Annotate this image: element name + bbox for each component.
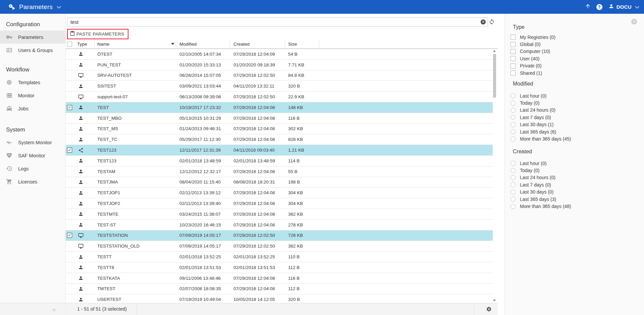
table-row[interactable]: PUN_TEST 01/20/2020 15:33:13 01/20/2020 …	[66, 60, 493, 70]
row-size: 7.71 KB	[285, 60, 319, 70]
share-icon	[78, 148, 84, 153]
filter-option[interactable]: Last 24 hours (0)	[511, 107, 641, 114]
filter-option[interactable]: Private (0)	[511, 62, 641, 69]
filter-option[interactable]: Last 365 days (6)	[511, 128, 641, 135]
collapse-sidebar-button[interactable]: «	[52, 303, 56, 315]
filter-option[interactable]: Computer (10)	[511, 48, 641, 55]
sidebar-item-saf-monitor[interactable]: SAF Monitor	[0, 149, 65, 162]
table-row[interactable]: TEST_MS 01/24/2013 09:46:31 07/29/2016 1…	[66, 124, 493, 135]
table-row[interactable]: TESTT 02/01/2018 13:52:25 02/01/2018 13:…	[66, 252, 493, 262]
filter-option[interactable]: Last 7 days (0)	[511, 114, 641, 121]
sidebar-item-system-monitor[interactable]: System Monitor	[0, 136, 65, 149]
filter-option[interactable]: Last 30 days (1)	[511, 121, 641, 128]
row-name: SSITEST	[95, 81, 177, 91]
table-row[interactable]: TESTKATA 09/11/2006 13:48:46 07/29/2016 …	[66, 273, 493, 284]
row-size: 320 B	[285, 294, 319, 303]
sidebar-item-parameters[interactable]: Parameters	[0, 31, 65, 44]
radio-icon	[511, 175, 516, 180]
table-row[interactable]: TESTMTE 03/24/2015 11:38:07 07/29/2016 1…	[66, 209, 493, 220]
table-row[interactable]: TESTSTATION_OLD 07/09/2019 14:05:17 07/2…	[66, 241, 493, 252]
table-row[interactable]: SSITEST 03/09/2021 13:03:44 04/11/2019 1…	[66, 81, 493, 92]
filter-option[interactable]: Today (0)	[511, 167, 641, 174]
row-modified: 02/01/2018 13:48:59	[177, 156, 230, 166]
table-row[interactable]: TEST_MBO 05/13/2015 10:31:29 07/29/2016 …	[66, 113, 493, 124]
filter-option[interactable]: Last 365 days (3)	[511, 196, 641, 203]
table-row[interactable]: ✓ TEST 10/19/2017 17:23:32 07/29/2016 12…	[66, 102, 493, 113]
row-created: 07/29/2016 12:04:08	[230, 102, 285, 113]
table-row[interactable]: TESTJOP1 02/11/2013 13:39:12 07/29/2016 …	[66, 188, 493, 198]
filter-option[interactable]: My Registries (0)	[511, 34, 641, 41]
filter-option[interactable]: Last hour (0)	[511, 160, 641, 167]
filter-option[interactable]: More than 365 days (45)	[511, 135, 641, 142]
row-size: 304 KB	[285, 188, 319, 198]
filter-option[interactable]: Last 24 hours (0)	[511, 174, 641, 181]
row-modified: 12/11/2017 12:31:39	[177, 145, 230, 155]
row-modified: 07/09/2019 14:05:17	[177, 230, 230, 241]
row-checkbox[interactable]: ✓	[67, 148, 72, 153]
app-menu[interactable]: Parameters	[8, 3, 60, 11]
scroll-down-icon[interactable]	[493, 300, 496, 302]
sidebar-item-logs[interactable]: Logs	[0, 162, 65, 175]
table-row[interactable]: TEST123 02/01/2018 13:48:59 02/01/2018 1…	[66, 156, 493, 166]
table-row[interactable]: ✓ TEST123 12/11/2017 12:31:39 04/11/2018…	[66, 145, 493, 156]
chevron-down-icon	[635, 4, 638, 10]
column-header-type[interactable]: Type	[76, 40, 95, 48]
row-size: 116 B	[285, 113, 319, 123]
sidebar: Configuration Parameters Users & Groups …	[0, 14, 66, 315]
search-input[interactable]	[67, 17, 488, 27]
filter-option[interactable]: Shared (1)	[511, 69, 641, 76]
row-modified: 10/19/2017 17:23:32	[177, 102, 230, 113]
filter-option[interactable]: Last 7 days (0)	[511, 181, 641, 188]
scrollbar-thumb[interactable]	[493, 54, 496, 98]
sidebar-item-jobs[interactable]: Jobs	[0, 102, 65, 115]
table-row[interactable]: TEST-ST 10/23/2020 16:46:15 07/29/2016 1…	[66, 220, 493, 230]
column-header-name[interactable]: Name	[95, 40, 177, 48]
help-button[interactable]: ?	[594, 4, 605, 10]
sidebar-item-monitor[interactable]: Monitor	[0, 89, 65, 102]
table-row[interactable]: USERTEST 07/19/2019 10:49:04 10/05/2018 …	[66, 294, 493, 303]
table-row[interactable]: TESTAM 12/12/2012 12:32:17 07/29/2016 12…	[66, 166, 493, 177]
filter-option[interactable]: Last 30 days (0)	[511, 189, 641, 196]
sidebar-item-users-groups[interactable]: Users & Groups	[0, 44, 65, 57]
table-row[interactable]: support-test-07 06/13/2008 09:39:06 07/2…	[66, 92, 493, 102]
filter-option[interactable]: More than 365 days (48)	[511, 203, 641, 210]
sidebar-item-templates[interactable]: Templates	[0, 76, 65, 89]
settings-button[interactable]	[486, 306, 492, 313]
table-row[interactable]: TESTT6 02/01/2018 13:51:53 02/01/2018 13…	[66, 262, 493, 273]
table-row[interactable]: ✓ TESTSTATION 07/09/2019 14:05:17 07/29/…	[66, 230, 493, 241]
filter-option[interactable]: Last hour (0)	[511, 92, 641, 99]
row-checkbox[interactable]: ✓	[67, 105, 72, 110]
table-scrollbar[interactable]	[492, 49, 497, 303]
clear-search-icon[interactable]: ✕	[481, 19, 486, 24]
table-row[interactable]: TESTJOP2 02/11/2013 13:39:40 07/29/2016 …	[66, 198, 493, 209]
filter-option[interactable]: User (40)	[511, 55, 641, 62]
table-row[interactable]: TMTEST 02/07/2008 18:08:35 07/29/2016 12…	[66, 284, 493, 295]
upload-button[interactable]	[582, 3, 594, 11]
table-row[interactable]: TESTJMA 08/04/2020 11:15:40 08/08/2018 1…	[66, 177, 493, 188]
row-modified: 01/20/2020 15:33:13	[177, 60, 230, 70]
row-created: 01/20/2020 09:18:39	[230, 60, 285, 70]
table-row[interactable]: SRV-AUTOTEST 06/26/2014 15:07:05 07/29/2…	[66, 70, 493, 81]
column-header-size[interactable]: Size	[285, 40, 319, 48]
person-icon	[78, 169, 84, 174]
monitor-icon	[78, 73, 84, 78]
cart-icon	[6, 178, 13, 185]
row-checkbox[interactable]: ✓	[67, 233, 72, 238]
filter-option[interactable]: Global (0)	[511, 41, 641, 48]
row-modified: 03/24/2015 11:38:07	[177, 209, 230, 219]
sidebar-item-licenses[interactable]: Licenses	[0, 175, 65, 188]
user-menu[interactable]: DOCU	[608, 3, 638, 10]
row-size: 114 B	[285, 156, 319, 166]
select-all-checkbox[interactable]	[67, 42, 72, 47]
paste-parameters-button[interactable]: PASTE PARAMETERS	[68, 30, 128, 39]
close-filters-icon[interactable]: ✕	[631, 19, 637, 24]
table-row[interactable]: TEST_TC 05/29/2017 11:12:30 07/29/2016 1…	[66, 134, 493, 145]
column-header-created[interactable]: Created	[230, 40, 285, 48]
refresh-icon[interactable]	[489, 19, 495, 26]
radio-icon	[511, 108, 516, 113]
column-header-modified[interactable]: Modified	[177, 40, 230, 48]
filter-option[interactable]: Today (0)	[511, 99, 641, 106]
scroll-up-icon[interactable]	[493, 50, 496, 52]
row-modified: 02/07/2008 18:08:35	[177, 284, 230, 294]
table-row[interactable]: ÖTEST 02/10/2005 14:07:34 07/29/2016 12:…	[66, 49, 493, 60]
